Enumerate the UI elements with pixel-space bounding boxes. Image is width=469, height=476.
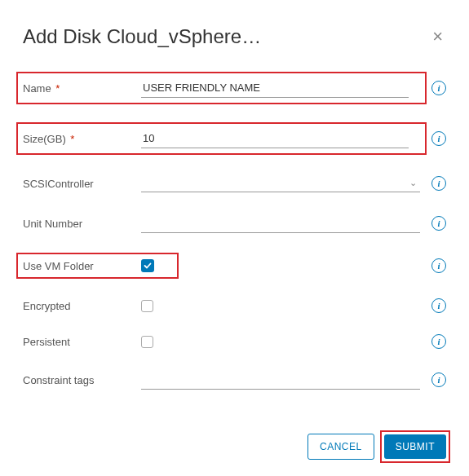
close-icon[interactable]: × <box>429 24 446 49</box>
info-icon[interactable]: i <box>431 216 446 231</box>
name-input[interactable] <box>141 78 409 98</box>
size-input[interactable] <box>141 129 409 148</box>
info-icon[interactable]: i <box>431 298 446 313</box>
name-label: Name * <box>23 82 141 95</box>
chevron-down-icon: ⌄ <box>409 178 417 188</box>
constraint-input[interactable] <box>141 370 420 390</box>
info-icon[interactable]: i <box>431 81 446 95</box>
cancel-button[interactable]: CANCEL <box>308 434 374 460</box>
encrypted-checkbox[interactable] <box>141 300 153 312</box>
info-icon[interactable]: i <box>431 131 446 146</box>
scsi-select[interactable]: ⌄ <box>141 174 420 192</box>
info-icon[interactable]: i <box>431 334 446 349</box>
encrypted-label: Encrypted <box>23 300 141 312</box>
constraint-label: Constraint tags <box>23 374 141 386</box>
persistent-label: Persistent <box>23 336 141 348</box>
unit-input[interactable] <box>141 214 420 233</box>
unit-label: Unit Number <box>23 218 141 230</box>
check-icon <box>144 262 152 270</box>
vmfolder-checkbox[interactable] <box>141 259 154 272</box>
vmfolder-label: Use VM Folder <box>23 260 141 272</box>
info-icon[interactable]: i <box>431 372 446 387</box>
scsi-label: SCSIController <box>23 178 141 190</box>
info-icon[interactable]: i <box>431 176 446 191</box>
info-icon[interactable]: i <box>431 258 446 273</box>
persistent-checkbox[interactable] <box>141 336 153 348</box>
submit-button[interactable]: SUBMIT <box>384 434 446 459</box>
dialog-title: Add Disk Cloud_vSphere_… <box>23 25 268 48</box>
size-label: Size(GB) * <box>23 133 141 145</box>
